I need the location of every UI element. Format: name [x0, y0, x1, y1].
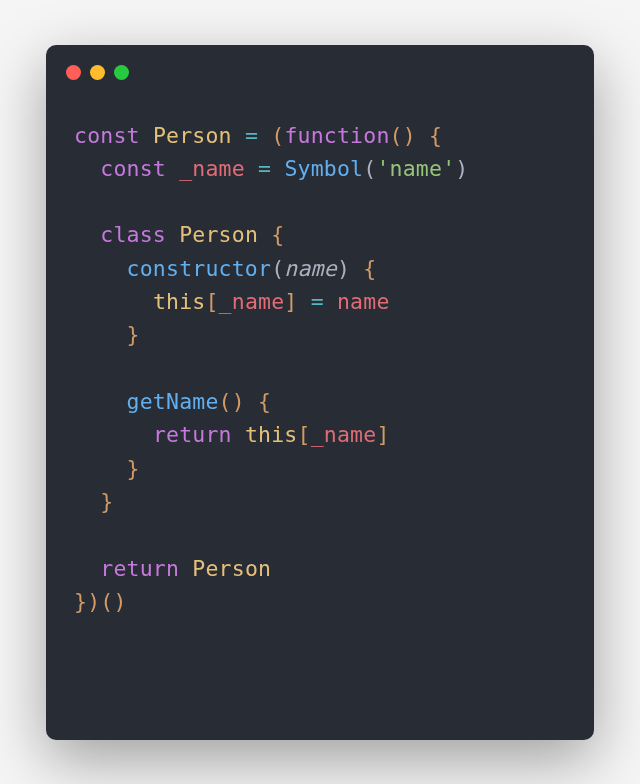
close-icon[interactable]: [66, 65, 81, 80]
identifier-person: Person: [179, 222, 258, 247]
brace-open: {: [363, 256, 376, 281]
fn-getname: getName: [127, 389, 219, 414]
keyword-const: const: [74, 123, 140, 148]
paren-close: ): [337, 256, 350, 281]
operator-equals: =: [311, 289, 324, 314]
operator-equals: =: [258, 156, 271, 181]
brace-close: }: [127, 456, 140, 481]
string-name: 'name': [376, 156, 455, 181]
fn-symbol: Symbol: [284, 156, 363, 181]
keyword-this: this: [245, 422, 298, 447]
bracket-open: [: [205, 289, 218, 314]
keyword-this: this: [153, 289, 206, 314]
keyword-class: class: [100, 222, 166, 247]
brace-open: {: [258, 389, 271, 414]
brace-open: {: [271, 222, 284, 247]
brace-close: }: [100, 489, 113, 514]
param-name: name: [284, 256, 337, 281]
maximize-icon[interactable]: [114, 65, 129, 80]
paren-open: (: [363, 156, 376, 181]
paren-open: (: [271, 256, 284, 281]
keyword-return: return: [153, 422, 232, 447]
bracket-close: ]: [284, 289, 297, 314]
fn-constructor: constructor: [127, 256, 272, 281]
keyword-function: function: [284, 123, 389, 148]
identifier-name: _name: [179, 156, 245, 181]
brace-close: }: [127, 322, 140, 347]
identifier-person: Person: [192, 556, 271, 581]
keyword-return: return: [100, 556, 179, 581]
window-titlebar: [46, 45, 594, 101]
identifier-name-rhs: name: [337, 289, 390, 314]
paren-open: (: [271, 123, 284, 148]
identifier-name: _name: [311, 422, 377, 447]
paren-unit: (): [390, 123, 416, 148]
identifier-person: Person: [153, 123, 232, 148]
code-block: const Person = (function() { const _name…: [46, 101, 594, 647]
paren-close: ): [455, 156, 468, 181]
bracket-close: ]: [376, 422, 389, 447]
paren-unit: (): [100, 589, 126, 614]
paren-close: ): [87, 589, 100, 614]
identifier-name: _name: [219, 289, 285, 314]
keyword-const: const: [100, 156, 166, 181]
operator-equals: =: [245, 123, 258, 148]
minimize-icon[interactable]: [90, 65, 105, 80]
brace-open: {: [429, 123, 442, 148]
code-window: const Person = (function() { const _name…: [46, 45, 594, 740]
bracket-open: [: [297, 422, 310, 447]
paren-unit: (): [219, 389, 245, 414]
brace-close: }: [74, 589, 87, 614]
